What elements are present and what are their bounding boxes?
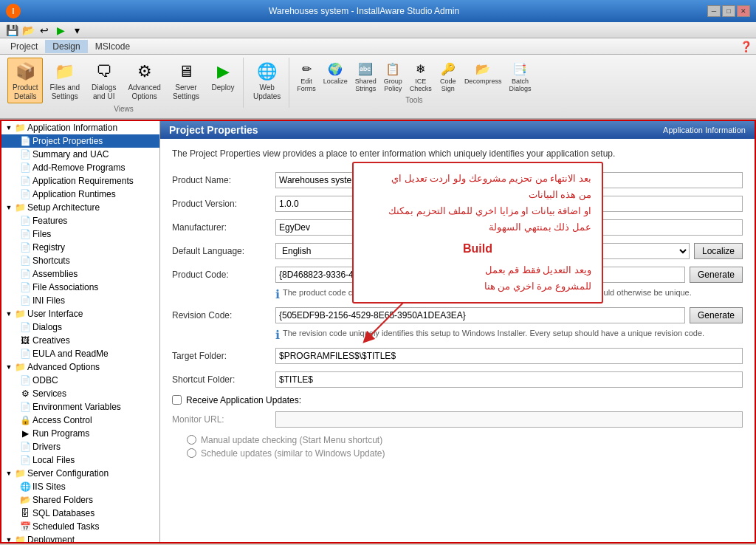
run-btn[interactable]: ▶: [53, 24, 68, 37]
ribbon-group-web: 🌐 WebUpdates: [245, 58, 289, 108]
tree-drivers[interactable]: 📄 Drivers: [1, 440, 159, 453]
tree-deployment[interactable]: ▼ 📁 Deployment: [1, 533, 159, 542]
tree-run-programs[interactable]: ▶ Run Programs: [1, 427, 159, 440]
tree-app-req[interactable]: 📄 Application Requirements: [1, 174, 159, 188]
monitor-url-label: Monitor URL:: [172, 414, 275, 425]
tree-dialogs[interactable]: 📄 Dialogs: [1, 321, 159, 334]
tree-shared-folders[interactable]: 📂 Shared Folders: [1, 493, 159, 507]
menu-design[interactable]: Design: [45, 40, 87, 53]
maximize-btn[interactable]: □: [722, 5, 735, 17]
manual-update-radio[interactable]: [187, 435, 196, 445]
tree-scheduled-label: Scheduled Tasks: [32, 521, 100, 532]
ribbon: 📦 ProductDetails 📁 Files andSettings 🗨 D…: [0, 55, 756, 120]
generate-revision-code-btn[interactable]: Generate: [690, 307, 743, 323]
dropdown-btn[interactable]: ▾: [69, 24, 84, 37]
tree-server-label: Server Configuration: [27, 468, 109, 479]
tree-project-props-label: Project Properties: [32, 136, 103, 146]
tree-ini-files[interactable]: 📄 INI Files: [1, 294, 159, 307]
btn-deploy[interactable]: ▶ Deploy: [206, 58, 240, 95]
language-localize-row: English Localize: [275, 243, 743, 259]
manufacturer-input[interactable]: [275, 219, 743, 236]
tree-odbc[interactable]: 📄 ODBC: [1, 374, 159, 387]
tree-files[interactable]: 📄 Files: [1, 227, 159, 241]
tree-setup-arch[interactable]: ▼ 📁 Setup Architecture: [1, 201, 159, 214]
btn-web-updates[interactable]: 🌐 WebUpdates: [248, 58, 286, 103]
tree-advanced-opts[interactable]: ▼ 📁 Advanced Options: [1, 360, 159, 374]
web-items: 🌐 WebUpdates: [248, 58, 286, 103]
schedule-update-radio[interactable]: [187, 448, 196, 458]
tree-local-files[interactable]: 📄 Local Files: [1, 453, 159, 467]
generate-product-code-btn[interactable]: Generate: [690, 267, 743, 283]
btn-product-details[interactable]: 📦 ProductDetails: [7, 58, 43, 103]
btn-decompress[interactable]: 📂 Decompress: [461, 58, 505, 87]
item-eula-icon: 📄: [19, 348, 31, 360]
btn-group-policy[interactable]: 📋 GroupPolicy: [381, 58, 405, 95]
btn-dialogs-ui[interactable]: 🗨 Dialogsand UI: [86, 58, 121, 103]
tree-server-config[interactable]: ▼ 📁 Server Configuration: [1, 467, 159, 480]
minimize-btn[interactable]: ─: [707, 5, 721, 17]
expand-server: ▼: [4, 469, 13, 478]
batch-dialogs-icon: 📑: [511, 60, 529, 78]
menu-project[interactable]: Project: [3, 40, 45, 53]
tree-files-label: Files: [32, 229, 51, 239]
tree-drivers-label: Drivers: [32, 442, 61, 452]
tools-group-label: Tools: [405, 96, 422, 104]
monitor-url-input[interactable]: [275, 411, 743, 428]
tree-features[interactable]: 📄 Features: [1, 214, 159, 227]
product-code-input[interactable]: [275, 267, 685, 283]
tree-scheduled-tasks[interactable]: 📅 Scheduled Tasks: [1, 520, 159, 533]
content-area: Project Properties Application Informati…: [160, 121, 755, 542]
tree-creatives[interactable]: 🖼 Creatives: [1, 334, 159, 347]
tree-shortcuts[interactable]: 📄 Shortcuts: [1, 254, 159, 267]
save-btn[interactable]: 💾: [4, 24, 19, 37]
help-btn[interactable]: ❓: [738, 40, 753, 53]
close-btn[interactable]: ✕: [737, 5, 750, 17]
undo-btn[interactable]: ↩: [37, 24, 52, 37]
tree-services[interactable]: ⚙ Services: [1, 387, 159, 400]
shortcut-folder-input[interactable]: [275, 371, 743, 388]
tree-assemblies[interactable]: 📄 Assemblies: [1, 267, 159, 281]
tree-access-ctrl[interactable]: 🔒 Access Control: [1, 414, 159, 427]
tree-sql-db[interactable]: 🗄 SQL Databases: [1, 507, 159, 520]
btn-code-sign[interactable]: 🔑 CodeSign: [436, 58, 460, 95]
tree-summary-uac[interactable]: 📄 Summary and UAC: [1, 148, 159, 161]
tree-app-runtimes[interactable]: 📄 Application Runtimes: [1, 188, 159, 201]
tree-project-props[interactable]: 📄 Project Properties: [1, 134, 159, 148]
tree-eula[interactable]: 📄 EULA and ReadMe: [1, 347, 159, 360]
menu-msicode[interactable]: MSIcode: [88, 40, 137, 53]
window-controls[interactable]: ─ □ ✕: [707, 5, 750, 17]
product-details-label: ProductDetails: [13, 83, 38, 101]
tree-add-remove[interactable]: 📄 Add-Remove Programs: [1, 161, 159, 174]
expand-ui: ▼: [4, 309, 13, 318]
tree-app-info[interactable]: ▼ 📁 Application Information: [1, 121, 159, 134]
product-name-input[interactable]: [275, 172, 743, 188]
group-policy-icon: 📋: [384, 60, 402, 78]
btn-advanced-options[interactable]: ⚙ AdvancedOptions: [123, 58, 165, 103]
dialogs-ui-label: Dialogsand UI: [92, 83, 116, 101]
tree-registry[interactable]: 📄 Registry: [1, 241, 159, 254]
tree-env-vars-label: Environment Variables: [32, 402, 121, 412]
btn-edit-forms[interactable]: ✏ EditForms: [294, 58, 319, 95]
receive-updates-checkbox[interactable]: [172, 395, 182, 405]
expand-advanced: ▼: [4, 363, 13, 371]
btn-shared-strings[interactable]: 🔤 SharedStrings: [352, 58, 379, 95]
language-select[interactable]: English: [275, 243, 690, 259]
tree-file-assoc[interactable]: 📄 File Associations: [1, 281, 159, 294]
expand-app-info: ▼: [4, 123, 13, 132]
btn-ice-checks[interactable]: ❄ ICEChecks: [407, 58, 435, 95]
localize-button[interactable]: Localize: [694, 243, 743, 259]
product-version-input[interactable]: [275, 196, 743, 212]
tree-services-label: Services: [32, 388, 66, 399]
tree-user-interface[interactable]: ▼ 📁 User Interface: [1, 307, 159, 321]
btn-batch-dialogs[interactable]: 📑 BatchDialogs: [506, 58, 534, 95]
expand-setup-arch: ▼: [4, 203, 13, 212]
revision-code-input[interactable]: [275, 307, 685, 323]
tree-iis-sites[interactable]: 🌐 IIS Sites: [1, 480, 159, 493]
manual-update-label: Manual update checking (Start Menu short…: [201, 435, 382, 445]
btn-localize[interactable]: 🌍 Localize: [320, 58, 351, 87]
btn-server-settings[interactable]: 🖥 ServerSettings: [168, 58, 205, 103]
target-folder-input[interactable]: [275, 348, 743, 364]
open-btn[interactable]: 📂: [21, 24, 35, 37]
btn-files-settings[interactable]: 📁 Files andSettings: [44, 58, 85, 103]
tree-env-vars[interactable]: 📄 Environment Variables: [1, 400, 159, 414]
